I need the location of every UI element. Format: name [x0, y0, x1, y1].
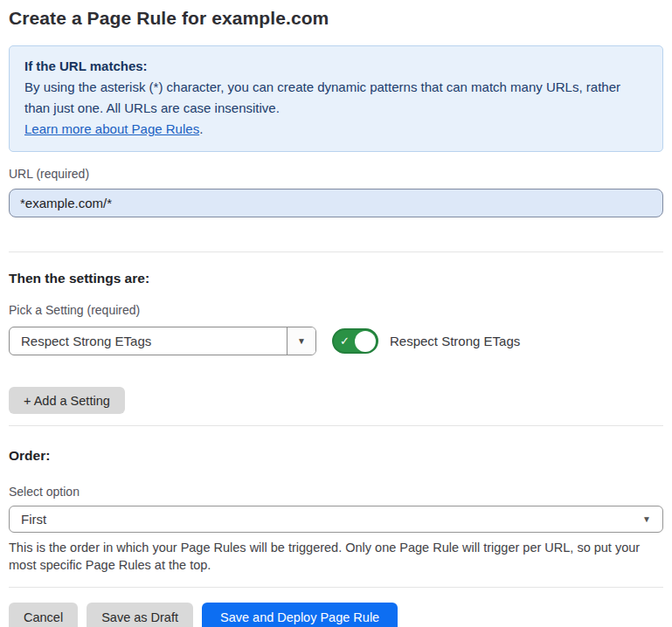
page-rule-form: Create a Page Rule for example.com If th… [0, 8, 672, 627]
info-box-link-line: Learn more about Page Rules. [24, 119, 648, 140]
etags-toggle[interactable]: ✓ [332, 328, 378, 354]
order-select[interactable]: First ▼ [9, 506, 663, 533]
divider [9, 587, 663, 588]
setting-select[interactable]: Respect Strong ETags ▼ [9, 327, 316, 355]
learn-more-link[interactable]: Learn more about Page Rules [24, 121, 199, 136]
url-field-label: URL (required) [9, 167, 663, 181]
order-select-label: Select option [9, 485, 663, 499]
info-box-heading: If the URL matches: [24, 56, 648, 77]
order-help-text: This is the order in which your Page Rul… [9, 540, 663, 574]
order-section-heading: Order: [9, 448, 663, 464]
footer-actions: Cancel Save as Draft Save and Deploy Pag… [9, 603, 663, 627]
cancel-button[interactable]: Cancel [9, 603, 78, 627]
check-icon: ✓ [340, 335, 350, 347]
divider [9, 251, 663, 252]
order-select-value: First [21, 512, 46, 527]
setting-select-value: Respect Strong ETags [10, 327, 287, 355]
toggle-label: Respect Strong ETags [390, 334, 520, 348]
toggle-knob [355, 331, 376, 352]
url-input[interactable] [9, 189, 663, 217]
pick-setting-label: Pick a Setting (required) [9, 303, 663, 317]
setting-row: Respect Strong ETags ▼ ✓ Respect Strong … [9, 327, 663, 355]
divider [9, 425, 663, 426]
setting-select-arrow-button[interactable]: ▼ [287, 327, 315, 355]
add-setting-button[interactable]: + Add a Setting [9, 387, 125, 414]
settings-section-heading: Then the settings are: [9, 271, 663, 286]
link-suffix: . [199, 121, 203, 136]
save-deploy-button[interactable]: Save and Deploy Page Rule [202, 603, 398, 627]
info-box-body: By using the asterisk (*) character, you… [24, 77, 648, 119]
chevron-down-icon: ▼ [642, 514, 651, 524]
url-match-info-box: If the URL matches: By using the asteris… [9, 45, 663, 152]
chevron-down-icon: ▼ [297, 336, 306, 346]
page-title: Create a Page Rule for example.com [9, 8, 663, 29]
save-draft-button[interactable]: Save as Draft [87, 603, 193, 627]
